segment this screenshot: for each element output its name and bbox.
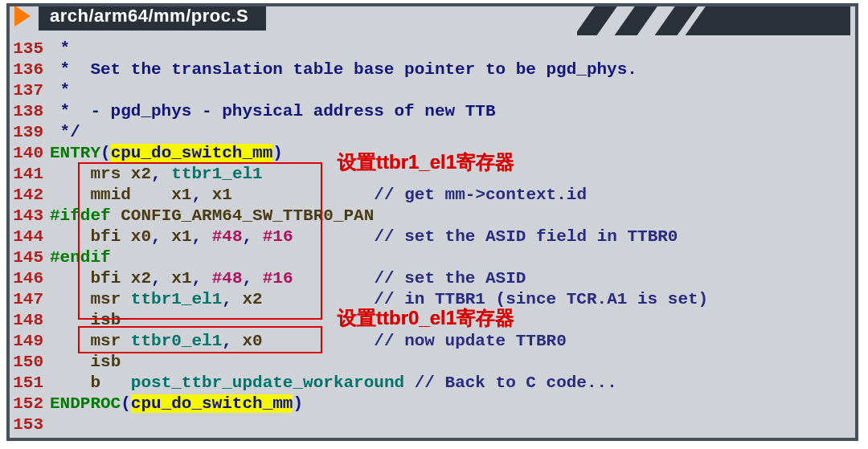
code-line: 149 msr ttbr0_el1, x0 // now update TTBR…: [10, 331, 855, 352]
code-line: 137 *: [10, 80, 855, 101]
code-line: 152 ENDPROC(cpu_do_switch_mm): [10, 394, 855, 414]
code-text: mrs x2, ttbr1_el1: [50, 164, 263, 185]
line-number: 145: [10, 247, 50, 268]
line-number: 140: [10, 143, 50, 164]
code-text: ENDPROC(cpu_do_switch_mm): [50, 394, 303, 414]
line-number: 144: [10, 227, 50, 247]
code-text: #endif: [50, 247, 111, 268]
line-number: 147: [10, 289, 50, 310]
line-number: 153: [10, 414, 50, 435]
panel-header: arch/arm64/mm/proc.S: [6, 3, 858, 35]
code-line: 135 *: [10, 39, 855, 59]
file-path-title: arch/arm64/mm/proc.S: [39, 3, 266, 31]
annotation-label-ttbr0: 设置ttbr0_el1寄存器: [338, 305, 514, 331]
code-text: *: [50, 39, 70, 59]
code-line: 153: [10, 414, 855, 435]
code-line: 139 */: [10, 122, 855, 143]
code-text: * Set the translation table base pointer…: [50, 59, 637, 80]
code-text: bfi x0, x1, #48, #16 // set the ASID fie…: [50, 227, 678, 247]
line-number: 148: [10, 310, 50, 331]
code-line: 142 mmid x1, x1 // get mm->context.id: [10, 185, 855, 206]
code-line: 145 #endif: [10, 247, 855, 268]
line-number: 149: [10, 331, 50, 352]
code-line: 143 #ifdef CONFIG_ARM64_SW_TTBR0_PAN: [10, 206, 855, 227]
code-line: 136 * Set the translation table base poi…: [10, 59, 855, 80]
line-number: 137: [10, 80, 50, 101]
code-panel: arch/arm64/mm/proc.S 135 * 136 * Set the…: [6, 3, 858, 441]
code-line: 150 isb: [10, 352, 855, 373]
code-line: 138 * - pgd_phys - physical address of n…: [10, 101, 855, 122]
code-text: isb: [50, 352, 121, 373]
code-block: 135 * 136 * Set the translation table ba…: [10, 35, 855, 438]
line-number: 151: [10, 373, 50, 394]
line-number: 138: [10, 101, 50, 122]
code-text: bfi x2, x1, #48, #16 // set the ASID: [50, 268, 526, 289]
line-number: 141: [10, 164, 50, 185]
decorative-stripes: [577, 3, 850, 37]
line-number: 152: [10, 394, 50, 414]
line-number: 136: [10, 59, 50, 80]
line-number: 150: [10, 352, 50, 373]
code-text: ENTRY(cpu_do_switch_mm): [50, 143, 283, 164]
code-text: *: [50, 80, 70, 101]
slide-frame: arch/arm64/mm/proc.S 135 * 136 * Set the…: [0, 3, 868, 449]
code-text: #ifdef CONFIG_ARM64_SW_TTBR0_PAN: [50, 206, 374, 227]
code-text: isb: [50, 310, 121, 331]
code-text: msr ttbr0_el1, x0 // now update TTBR0: [50, 331, 567, 352]
line-number: 139: [10, 122, 50, 143]
line-number: 146: [10, 268, 50, 289]
annotation-label-ttbr1: 设置ttbr1_el1寄存器: [338, 149, 514, 175]
code-text: b post_ttbr_update_workaround // Back to…: [50, 373, 617, 394]
code-text: */: [50, 122, 80, 143]
code-line: 151 b post_ttbr_update_workaround // Bac…: [10, 373, 855, 394]
play-triangle-icon: [14, 6, 31, 27]
code-line: 144 bfi x0, x1, #48, #16 // set the ASID…: [10, 227, 855, 247]
line-number: 143: [10, 206, 50, 227]
code-text: mmid x1, x1 // get mm->context.id: [50, 185, 587, 206]
line-number: 135: [10, 39, 50, 59]
code-line: 146 bfi x2, x1, #48, #16 // set the ASID: [10, 268, 855, 289]
line-number: 142: [10, 185, 50, 206]
code-text: * - pgd_phys - physical address of new T…: [50, 101, 496, 122]
